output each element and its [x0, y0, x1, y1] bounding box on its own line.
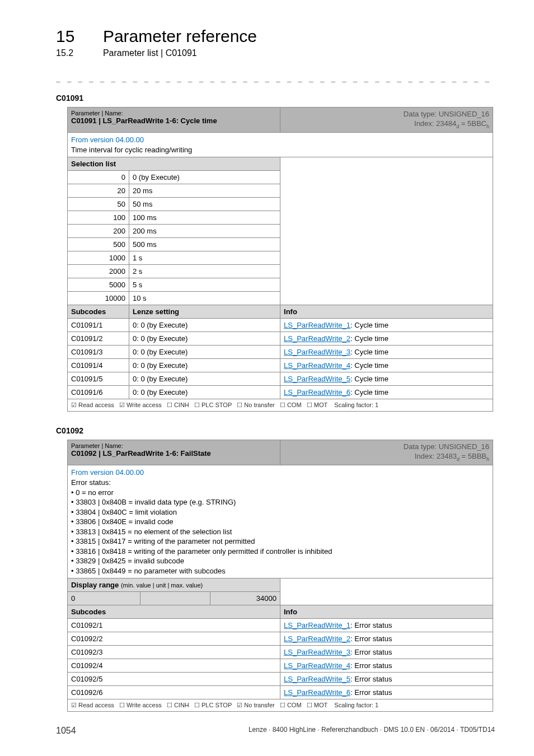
setting: 0: 0 (by Execute) [129, 319, 280, 332]
desc-line: Error status: [71, 478, 111, 487]
param-description: Time interval for cyclic reading/writing [71, 146, 192, 154]
access-flags: ☑ Read access ☑ Write access ☐ CINH ☐ PL… [68, 399, 493, 412]
lenze-setting-header: Lenze setting [129, 305, 280, 319]
subcode: C01091/3 [68, 346, 129, 359]
info-text: : Cycle time [350, 334, 388, 343]
sel-key: 200 [68, 225, 129, 238]
desc-line: • 33815 | 0x8417 = writing of the parame… [71, 537, 255, 545]
info-link[interactable]: LS_ParReadWrite_2 [284, 334, 350, 343]
param-header-label: Parameter | Name: [71, 442, 277, 449]
setting: 0: 0 (by Execute) [129, 386, 280, 399]
sel-val: 200 ms [129, 225, 280, 238]
sel-val: 100 ms [129, 211, 280, 225]
subcode: C01091/2 [68, 332, 129, 346]
subcodes-header: Subcodes [68, 605, 280, 619]
setting: 0: 0 (by Execute) [129, 332, 280, 346]
sel-val: 10 s [129, 292, 280, 305]
info-text: : Cycle time [350, 388, 388, 396]
subcode: C01092/1 [68, 619, 280, 632]
sel-key: 50 [68, 198, 129, 211]
info-link[interactable]: LS_ParReadWrite_1 [284, 621, 350, 629]
param-index: Index: 23483d = 5BBBh [284, 452, 489, 463]
subcode: C01092/4 [68, 659, 280, 673]
subcode: C01092/6 [68, 686, 280, 699]
chapter-number: 15 [56, 27, 101, 46]
info-link[interactable]: LS_ParReadWrite_4 [284, 661, 350, 670]
info-text: : Error status [350, 634, 392, 643]
info-link[interactable]: LS_ParReadWrite_4 [284, 361, 350, 370]
sel-val: 1 s [129, 251, 280, 265]
version-link[interactable]: From version 04.00.00 [71, 136, 144, 144]
subcode: C01091/4 [68, 359, 129, 372]
param-anchor-c01091: C01091 [56, 94, 495, 102]
setting: 0: 0 (by Execute) [129, 372, 280, 386]
subcode: C01091/1 [68, 319, 129, 332]
sel-key: 500 [68, 238, 129, 251]
subcodes-header: Subcodes [68, 305, 129, 319]
param-datatype: Data type: UNSIGNED_16 [284, 442, 489, 452]
sel-key: 20 [68, 184, 129, 198]
info-text: : Error status [350, 688, 392, 697]
version-link[interactable]: From version 04.00.00 [71, 468, 144, 477]
info-link[interactable]: LS_ParReadWrite_5 [284, 675, 350, 683]
divider: _ _ _ _ _ _ _ _ _ _ _ _ _ _ _ _ _ _ _ _ … [56, 74, 495, 82]
param-table-c01091: Parameter | Name: C01091 | LS_ParReadWri… [67, 107, 493, 412]
section-title: Parameter list | C01091 [103, 48, 197, 58]
sel-key: 100 [68, 211, 129, 225]
subcode: C01091/6 [68, 386, 129, 399]
param-header-title: C01092 | LS_ParReadWrite 1-6: FailState [71, 449, 277, 458]
sel-val: 500 ms [129, 238, 280, 251]
desc-line: • 33829 | 0x8425 = invalid subcode [71, 557, 184, 565]
desc-line: • 33803 | 0x840B = invalid data type (e.… [71, 498, 236, 506]
setting: 0: 0 (by Execute) [129, 346, 280, 359]
info-link[interactable]: LS_ParReadWrite_1 [284, 321, 350, 329]
range-max: 34000 [210, 592, 280, 605]
param-index: Index: 23484d = 5BBCh [284, 119, 489, 130]
info-link[interactable]: LS_ParReadWrite_5 [284, 375, 350, 383]
sel-key: 2000 [68, 265, 129, 278]
footer-text: Lenze · 8400 HighLine · Referenzhandbuch… [249, 726, 495, 734]
sel-val: 20 ms [129, 184, 280, 198]
chapter-title: Parameter reference [103, 27, 257, 46]
param-table-c01092: Parameter | Name: C01092 | LS_ParReadWri… [67, 440, 493, 712]
sel-val: 50 ms [129, 198, 280, 211]
info-text: : Cycle time [350, 348, 388, 356]
sel-key: 5000 [68, 278, 129, 292]
selection-list-header: Selection list [68, 157, 280, 171]
sel-val: 0 (by Execute) [129, 171, 280, 184]
desc-line: • 33806 | 0x840E = invalid code [71, 517, 173, 526]
display-range-header: Display range (min. value | unit | max. … [68, 578, 280, 592]
info-link[interactable]: LS_ParReadWrite_3 [284, 348, 350, 356]
sel-key: 1000 [68, 251, 129, 265]
page-number: 1054 [56, 726, 76, 735]
info-link[interactable]: LS_ParReadWrite_6 [284, 388, 350, 396]
info-link[interactable]: LS_ParReadWrite_2 [284, 634, 350, 643]
info-link[interactable]: LS_ParReadWrite_3 [284, 648, 350, 656]
desc-line: • 33804 | 0x840C = limit violation [71, 508, 177, 516]
param-header-label: Parameter | Name: [71, 110, 277, 116]
info-text: : Cycle time [350, 361, 388, 370]
desc-line: • 33865 | 0x8449 = no parameter with sub… [71, 567, 226, 575]
sel-val: 5 s [129, 278, 280, 292]
section-number: 15.2 [56, 48, 101, 58]
sel-key: 0 [68, 171, 129, 184]
desc-line: • 0 = no error [71, 488, 114, 497]
info-header: Info [280, 605, 493, 619]
param-header-title: C01091 | LS_ParReadWrite 1-6: Cycle time [71, 116, 277, 125]
info-text: : Cycle time [350, 321, 388, 329]
range-min: 0 [68, 592, 140, 605]
info-text: : Error status [350, 675, 392, 683]
param-anchor-c01092: C01092 [56, 426, 495, 435]
desc-line: • 33813 | 0x8415 = no element of the sel… [71, 528, 232, 536]
setting: 0: 0 (by Execute) [129, 359, 280, 372]
info-link[interactable]: LS_ParReadWrite_6 [284, 688, 350, 697]
info-text: : Error status [350, 621, 392, 629]
info-text: : Error status [350, 661, 392, 670]
sel-key: 10000 [68, 292, 129, 305]
subcode: C01092/3 [68, 646, 280, 659]
info-header: Info [280, 305, 493, 319]
sel-val: 2 s [129, 265, 280, 278]
access-flags: ☑ Read access ☐ Write access ☐ CINH ☐ PL… [68, 699, 493, 712]
subcode: C01092/2 [68, 632, 280, 646]
info-text: : Error status [350, 648, 392, 656]
